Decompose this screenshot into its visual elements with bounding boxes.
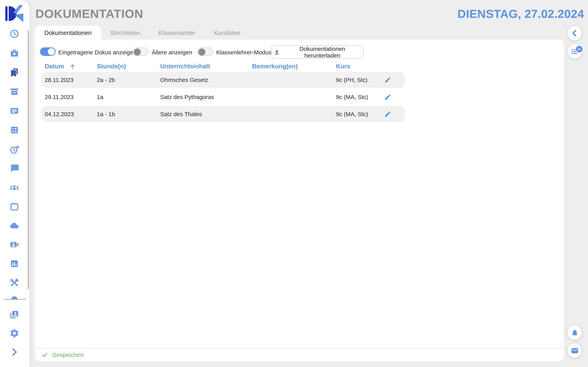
bell-icon bbox=[571, 329, 579, 336]
table-row[interactable]: 04.12.20231a - 1bSatz des Thales9c (MA, … bbox=[41, 106, 405, 122]
tools-icon[interactable] bbox=[9, 278, 19, 288]
cell-kurs: 9c (MA, Stc) bbox=[336, 111, 383, 117]
main-panel: Eingetragene Dokus anzeigen Ältere anzei… bbox=[35, 40, 564, 361]
tab-kurslisten[interactable]: Kurslisten bbox=[205, 26, 250, 40]
column-header-stunden[interactable]: Stunde(n) bbox=[97, 63, 160, 70]
chevron-left-icon bbox=[571, 29, 579, 37]
table-body: 28.11.20232a - 2bOhmsches Gesetz9c (PH, … bbox=[41, 72, 405, 123]
add-badge[interactable] bbox=[575, 45, 583, 53]
mail-icon bbox=[571, 347, 579, 354]
collapse-panel-button[interactable] bbox=[567, 26, 582, 40]
cell-datum: 29.11.2023 bbox=[45, 94, 97, 100]
toggle-label: Klassenlehrer-Modus bbox=[216, 49, 271, 56]
scrolled-icon-peek bbox=[11, 296, 17, 299]
sort-ascending-arrow-icon bbox=[69, 64, 76, 69]
column-header-bemerkungen[interactable]: Bemerkung(en) bbox=[252, 63, 336, 70]
sidebar-divider bbox=[4, 299, 26, 300]
table-header: Datum Stunde(n) Unterrichtsinhalt Bemerk… bbox=[41, 61, 405, 71]
toggle-label: Ältere anzeigen bbox=[152, 49, 192, 56]
chat-bubble-icon[interactable] bbox=[9, 163, 19, 173]
clock-icon[interactable] bbox=[9, 29, 19, 39]
page-title: DOKUMENTATION bbox=[35, 7, 143, 21]
download-documentations-button[interactable]: Dokumentationen herunterladen bbox=[271, 45, 363, 59]
video-call-icon[interactable] bbox=[9, 240, 19, 250]
cell-datum: 28.11.2023 bbox=[45, 76, 97, 83]
tab-dokumentationen[interactable]: Dokumentationen bbox=[35, 26, 101, 40]
cell-inhalt: Ohmsches Gesetz bbox=[160, 76, 252, 83]
archive-box-icon[interactable] bbox=[9, 87, 19, 97]
toggle-knob bbox=[198, 48, 205, 55]
download-icon bbox=[274, 49, 280, 55]
settings-gear-icon[interactable] bbox=[9, 328, 19, 338]
plus-icon bbox=[577, 47, 581, 51]
cell-stunden: 1a bbox=[97, 94, 160, 100]
clock-plus-icon[interactable] bbox=[9, 144, 19, 155]
sidebar-scrollbar[interactable] bbox=[28, 30, 29, 289]
table-row[interactable]: 28.11.20232a - 2bOhmsches Gesetz9c (PH, … bbox=[41, 72, 405, 88]
bookmarks-icon-active[interactable] bbox=[9, 67, 19, 78]
column-header-kurs[interactable]: Kurs bbox=[336, 63, 383, 70]
tab-klassenaemter[interactable]: Klassenämter bbox=[149, 26, 205, 40]
header-date: DIENSTAG, 27.02.2024 bbox=[458, 7, 584, 21]
app-window: DOKUMENTATION DIENSTAG, 27.02.2024 Dokum… bbox=[0, 0, 588, 367]
cell-stunden: 2a - 2b bbox=[97, 76, 160, 83]
check-icon bbox=[42, 352, 48, 358]
cell-datum: 04.12.2023 bbox=[45, 111, 97, 117]
tab-bar: Dokumentationen Strichlisten Klassenämte… bbox=[35, 26, 250, 40]
download-button-label: Dokumentationen herunterladen bbox=[284, 45, 361, 59]
table-row[interactable]: 29.11.20231aSatz des Pythagoras9c (MA, S… bbox=[41, 89, 405, 105]
tab-strichlisten[interactable]: Strichlisten bbox=[101, 26, 149, 40]
edit-pencil-icon bbox=[384, 76, 391, 83]
calculator-icon[interactable] bbox=[9, 125, 19, 135]
cell-inhalt: Satz des Thales bbox=[160, 111, 252, 117]
toggle-eingetragene-dokus[interactable] bbox=[40, 47, 56, 56]
edit-row-button[interactable] bbox=[384, 76, 391, 83]
column-header-unterrichtsinhalt[interactable]: Unterrichtsinhalt bbox=[160, 63, 252, 70]
cloud-icon[interactable] bbox=[9, 221, 19, 231]
toggle-label: Eingetragene Dokus anzeigen bbox=[58, 49, 137, 56]
cell-inhalt: Satz des Pythagoras bbox=[160, 94, 252, 100]
toggle-klassenlehrer-modus[interactable] bbox=[197, 47, 213, 56]
edit-row-button[interactable] bbox=[384, 93, 391, 100]
toggle-knob bbox=[134, 48, 141, 55]
cell-kurs: 9c (PH, Stc) bbox=[336, 76, 383, 83]
calendar-icon[interactable] bbox=[9, 201, 19, 212]
status-message: Gespeichert bbox=[52, 351, 84, 358]
groups-icon[interactable] bbox=[9, 183, 19, 193]
statistics-icon[interactable] bbox=[9, 259, 19, 269]
expand-chevron-right-icon[interactable] bbox=[9, 347, 19, 357]
notes-card-icon[interactable] bbox=[9, 106, 19, 116]
toggle-aeltere-anzeigen[interactable] bbox=[133, 47, 148, 56]
cell-kurs: 9c (MA, Stc) bbox=[336, 94, 383, 100]
cell-stunden: 1a - 1b bbox=[97, 111, 160, 117]
edit-row-button[interactable] bbox=[384, 110, 391, 117]
edit-pencil-icon bbox=[384, 110, 391, 117]
edit-pencil-icon bbox=[384, 93, 391, 100]
notifications-button[interactable] bbox=[567, 325, 582, 340]
app-logo-icon[interactable] bbox=[5, 5, 25, 22]
sidebar bbox=[0, 0, 30, 367]
toggle-knob bbox=[48, 48, 55, 55]
medical-bag-icon[interactable] bbox=[9, 48, 19, 58]
column-header-datum[interactable]: Datum bbox=[45, 63, 97, 70]
status-bar: Gespeichert bbox=[35, 348, 564, 361]
mail-button[interactable] bbox=[567, 343, 582, 358]
contact-card-icon[interactable] bbox=[9, 309, 19, 319]
